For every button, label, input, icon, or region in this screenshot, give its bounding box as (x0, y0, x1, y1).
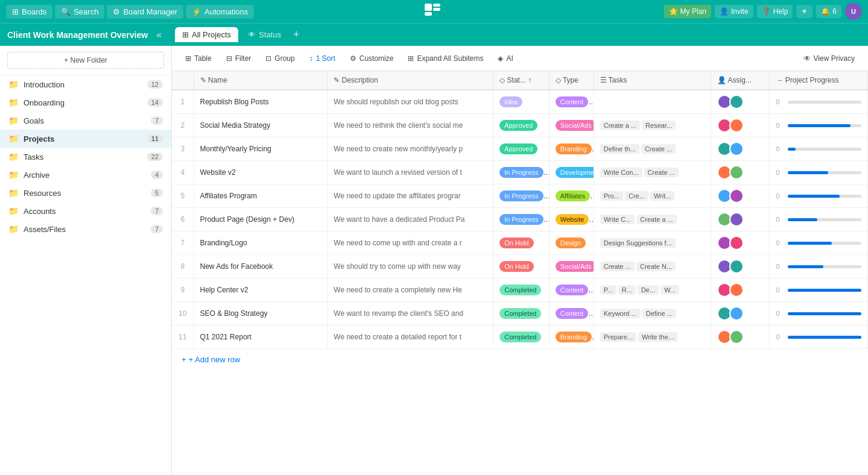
row-tasks[interactable] (594, 90, 711, 114)
search-button[interactable]: 🔍 Search (55, 5, 104, 19)
sidebar-item-projects[interactable]: 📁 Projects 11 (0, 130, 171, 148)
table-row[interactable]: 9 Help Center v2 We need to create a com… (172, 278, 868, 302)
col-status[interactable]: ◇ Stat... ↑ (493, 71, 550, 90)
row-status[interactable]: Idea (493, 90, 550, 114)
expand-subitems-button[interactable]: ⊞ Expand All Subitems (402, 51, 489, 66)
boards-button[interactable]: ⊞ Boards (6, 5, 52, 19)
sidebar-item-tasks[interactable]: 📁 Tasks 22 (0, 148, 171, 166)
table-row[interactable]: 11 Q1 2021 Report We need to create a de… (172, 326, 868, 349)
row-type[interactable]: Content (549, 90, 594, 114)
table-row[interactable]: 5 Affiliates Program We need to update t… (172, 184, 868, 208)
row-status[interactable]: In Progress (493, 184, 550, 208)
row-tasks[interactable]: P...R...De...W... (594, 278, 711, 302)
customize-button[interactable]: ⚙ Customize (344, 51, 400, 66)
sort-button[interactable]: ↕ 1 Sort (303, 51, 341, 66)
table-row[interactable]: 1 Republish Blog Posts We should republi… (172, 90, 868, 114)
row-status[interactable]: Completed (493, 278, 550, 302)
notifications-button[interactable]: 🔔 6 (816, 5, 841, 18)
table-row[interactable]: 10 SEO & Blog Strategy We want to revamp… (172, 302, 868, 326)
tab-all-projects[interactable]: ⊞ All Projects (175, 27, 238, 42)
row-tasks[interactable]: Design Suggestions f... (594, 231, 711, 255)
sidebar-item-introduction[interactable]: 📁 Introduction 12 (0, 75, 171, 93)
col-checkbox[interactable] (172, 71, 194, 90)
row-status[interactable]: Approved (493, 114, 550, 137)
row-type[interactable]: Development (549, 161, 594, 184)
row-status[interactable]: In Progress (493, 161, 550, 184)
add-tab-button[interactable]: + (291, 28, 302, 41)
theme-button[interactable]: ☀ (796, 5, 813, 18)
ai-button[interactable]: ◈ AI (492, 51, 519, 66)
row-name[interactable]: Affiliates Program (194, 184, 328, 208)
row-name[interactable]: Product Page (Design + Dev) (194, 208, 328, 231)
col-progress[interactable]: → Project Progress (770, 71, 868, 90)
table-view-button[interactable]: ⊞ Table (179, 51, 218, 66)
new-folder-button[interactable]: + New Folder (7, 52, 164, 69)
row-name[interactable]: Monthly/Yearly Pricing (194, 137, 328, 161)
row-tasks[interactable]: Pro...Cre...Writ... (594, 184, 711, 208)
col-tasks[interactable]: ☰ Tasks (594, 71, 711, 90)
table-row[interactable]: 4 Website v2 We want to launch a revised… (172, 161, 868, 184)
sidebar-item-assetsfiles[interactable]: 📁 Assets/Files 7 (0, 220, 171, 238)
row-name[interactable]: SEO & Blog Strategy (194, 302, 328, 326)
collapse-sidebar-button[interactable]: « (153, 28, 165, 42)
row-name[interactable]: Branding/Logo (194, 231, 328, 255)
sidebar-item-onboarding[interactable]: 📁 Onboarding 14 (0, 93, 171, 112)
row-name[interactable]: Social Media Strategy (194, 114, 328, 137)
sidebar-item-resources[interactable]: 📁 Resources 5 (0, 184, 171, 202)
user-avatar[interactable]: U (845, 3, 862, 20)
row-type[interactable]: Branding (549, 326, 594, 349)
row-tasks[interactable]: Define th...Create ... (594, 137, 711, 161)
table-row[interactable]: 7 Branding/Logo We need to come up with … (172, 231, 868, 255)
row-status[interactable]: Completed (493, 302, 550, 326)
row-tasks[interactable]: Create ...Create N... (594, 255, 711, 278)
col-type[interactable]: ◇ Type (549, 71, 594, 90)
row-type[interactable]: Social/Ads (549, 255, 594, 278)
view-privacy-button[interactable]: 👁 View Privacy (797, 51, 861, 66)
row-tasks[interactable]: Write Con...Create ... (594, 161, 711, 184)
my-plan-button[interactable]: ⭐ My Plan (664, 5, 711, 18)
row-tasks[interactable]: Write C...Create a ... (594, 208, 711, 231)
row-status[interactable]: On Hold (493, 231, 550, 255)
filter-icon: ⊟ (226, 54, 232, 63)
tab-status[interactable]: 👁 Status (241, 27, 288, 42)
row-tasks[interactable]: Prepare...Write the... (594, 326, 711, 349)
automations-button[interactable]: ⚡ Automations (186, 5, 254, 19)
row-name[interactable]: Q1 2021 Report (194, 326, 328, 349)
row-name[interactable]: Help Center v2 (194, 278, 328, 302)
help-button[interactable]: ❓ Help (757, 5, 793, 18)
sidebar-item-count: 5 (151, 189, 163, 197)
row-name[interactable]: Republish Blog Posts (194, 90, 328, 114)
table-row[interactable]: 3 Monthly/Yearly Pricing We need to crea… (172, 137, 868, 161)
boards-label: Boards (22, 7, 46, 16)
table-row[interactable]: 2 Social Media Strategy We need to rethi… (172, 114, 868, 137)
sidebar-item-goals[interactable]: 📁 Goals 7 (0, 112, 171, 130)
row-status[interactable]: Approved (493, 137, 550, 161)
row-tasks[interactable]: Keyword ...Define ... (594, 302, 711, 326)
row-tasks[interactable]: Create a ...Resear... (594, 114, 711, 137)
row-type[interactable]: Content (549, 278, 594, 302)
row-type[interactable]: Branding (549, 137, 594, 161)
row-status[interactable]: In Progress (493, 208, 550, 231)
row-type[interactable]: Social/Ads (549, 114, 594, 137)
col-assignee[interactable]: 👤 Assig... (711, 71, 770, 90)
add-row-button[interactable]: + + Add new row (172, 349, 868, 370)
table-row[interactable]: 6 Product Page (Design + Dev) We want to… (172, 208, 868, 231)
board-manager-button[interactable]: ⚙ Board Manager (107, 5, 183, 19)
col-description[interactable]: ✎ Description (328, 71, 493, 90)
row-type[interactable]: Design (549, 231, 594, 255)
row-status[interactable]: On Hold (493, 255, 550, 278)
table-row[interactable]: 8 New Ads for Facebook We should try to … (172, 255, 868, 278)
row-type[interactable]: Content (549, 302, 594, 326)
group-button[interactable]: ⊡ Group (259, 51, 300, 66)
sidebar-item-archive[interactable]: 📁 Archive 4 (0, 166, 171, 184)
row-status[interactable]: Completed (493, 326, 550, 349)
row-name[interactable]: Website v2 (194, 161, 328, 184)
invite-button[interactable]: 👤 Invite (715, 5, 753, 18)
filter-button[interactable]: ⊟ Filter (220, 51, 258, 66)
sidebar-item-accounts[interactable]: 📁 Accounts 7 (0, 202, 171, 220)
row-type[interactable]: Website (549, 208, 594, 231)
col-name[interactable]: ✎ Name (194, 71, 328, 90)
row-name[interactable]: New Ads for Facebook (194, 255, 328, 278)
row-type[interactable]: Affiliates (549, 184, 594, 208)
ai-label: AI (506, 54, 513, 63)
